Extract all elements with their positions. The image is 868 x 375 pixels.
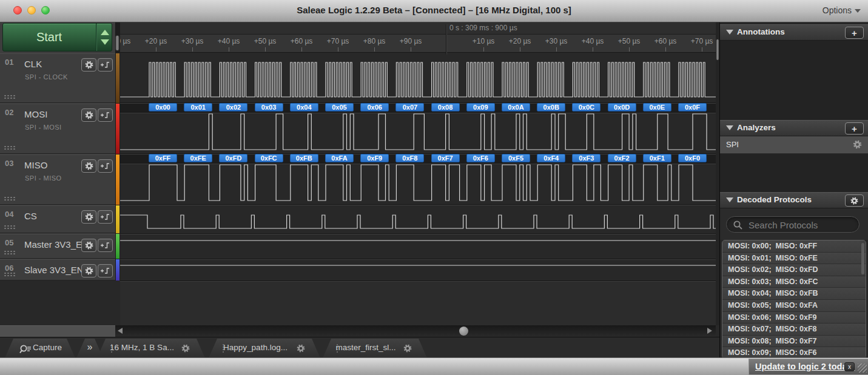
channel-row-clk[interactable]: 01 CLK SPI - CLOCK [0,53,115,103]
channel-row-miso[interactable]: 03 MISO SPI - MISO [0,154,115,205]
channel-row-master-3v3-en[interactable]: 05 Master 3V3_EN [0,234,115,259]
add-analyzer-button[interactable]: + [845,122,864,134]
annotations-header[interactable]: Annotations + [720,24,868,41]
options-label: Options [823,5,852,15]
waveform-area[interactable]: 0 s : 309 ms : 900 µs +10 µs+20 µs+30 µs… [120,22,716,337]
tab-gear-icon[interactable] [403,343,412,353]
channel-trigger-button[interactable] [98,210,113,224]
add-annotation-button[interactable]: + [845,27,864,39]
channel-settings-button[interactable] [81,108,96,122]
channel-row-cs[interactable]: 04 CS [0,205,115,233]
options-menu[interactable]: Options [823,0,861,22]
channel-row-slave-3v3-en[interactable]: 06 Slave 3V3_EN [0,259,115,280]
channel-number: 05 [5,238,13,247]
tab-gear-icon[interactable] [296,343,306,353]
horizontal-scrollbar-thumb[interactable] [459,327,468,336]
channel-trigger-button[interactable] [98,58,113,71]
annotations-empty-area [720,41,868,120]
channel-name: Master 3V3_EN [24,239,89,250]
gear-icon [850,196,859,205]
left-vertical-scrollbar-thumb[interactable] [115,35,119,51]
clk-waveform [120,62,716,97]
protocol-row[interactable]: MOSI: 0x02; MISO: 0xFD [722,264,866,276]
channel-sublabel: SPI - MISO [25,174,62,182]
gear-icon [181,343,190,353]
channel-drag-grip[interactable] [4,272,15,277]
start-capture-button[interactable]: Start [2,23,112,51]
miso-byte-bubble: 0xFB [290,154,318,162]
miso-byte-bubble: 0xFE [184,154,212,162]
channel-settings-button[interactable] [81,210,96,224]
tab-label: Happy_path.log... [209,343,302,352]
channel-color-marker [116,53,119,103]
update-notification-bar: Update to logic 2 today! x [749,359,868,375]
scroll-right-icon[interactable] [707,328,712,334]
channel-trigger-button[interactable] [98,159,113,173]
protocol-row[interactable]: MOSI: 0x04; MISO: 0xFB [722,288,866,300]
channel-drag-grip[interactable] [4,196,15,201]
channel-drag-grip[interactable] [4,225,15,230]
miso-byte-bubble: 0xFA [325,154,354,162]
trigger-edge-icon [100,162,110,170]
protocol-row[interactable]: MOSI: 0x08; MISO: 0xF7 [722,336,866,348]
mosi-byte-bubble: 0x0B [537,103,565,111]
channel-settings-button[interactable] [81,159,96,173]
decoded-protocols-list[interactable]: MOSI: 0x00; MISO: 0xFFMOSI: 0x01; MISO: … [722,240,866,359]
channel-name: CS [24,211,37,221]
analyzer-item-spi[interactable]: SPI [720,136,868,154]
channel-drag-grip[interactable] [4,145,15,150]
tab-capture[interactable]: Capture [5,339,75,358]
protocol-row[interactable]: MOSI: 0x06; MISO: 0xF9 [722,312,866,324]
channel-settings-button[interactable] [81,58,96,71]
channel-trigger-button[interactable] [98,108,113,122]
capture-options-down-icon[interactable] [101,39,109,45]
mosi-byte-bubble: 0x09 [466,103,495,111]
analyzer-gear-icon[interactable] [852,139,863,150]
gear-icon [84,60,94,70]
channel-color-strip [115,22,120,280]
channel-trigger-button[interactable] [98,264,113,277]
capture-options-up-icon[interactable] [101,30,109,35]
tab-document-0[interactable]: 16 MHz, 1 B Sa... [97,339,205,358]
analyzers-title: Analyzers [737,123,776,132]
analyzers-empty-area [720,154,868,192]
channel-drag-grip[interactable] [4,250,15,255]
channel-color-marker [116,104,119,154]
scroll-left-icon[interactable] [118,328,123,334]
protocol-row[interactable]: MOSI: 0x00; MISO: 0xFF [722,241,866,253]
tab-gear-icon[interactable] [181,343,190,353]
gear-icon [84,212,94,222]
tab-document-2[interactable]: master_first_sl... [323,339,427,358]
gear-icon [296,343,306,353]
decoded-protocols-header[interactable]: Decoded Protocols [720,192,868,208]
mosi-byte-bubble: 0x0C [572,103,601,111]
close-notification-button[interactable]: x [844,362,855,371]
update-link[interactable]: Update to logic 2 today! [755,362,855,371]
analyzers-header[interactable]: Analyzers + [720,120,868,136]
search-input[interactable] [747,218,856,232]
protocol-row[interactable]: MOSI: 0x05; MISO: 0xFA [722,300,866,312]
channel-settings-button[interactable] [81,264,96,277]
miso-byte-bubble: 0xF8 [395,154,424,162]
decoded-protocols-gear-button[interactable] [845,194,864,207]
collapse-arrow-icon [726,197,733,202]
channel-row-mosi[interactable]: 02 MOSI SPI - MOSI [0,104,115,154]
protocol-row[interactable]: MOSI: 0x01; MISO: 0xFE [722,253,866,265]
gear-icon [84,110,94,120]
channel-drag-grip[interactable] [4,95,15,99]
protocol-row[interactable]: MOSI: 0x07; MISO: 0xF8 [722,324,866,336]
miso-byte-bubble: 0xF1 [643,154,671,162]
resize-grip-icon[interactable] [858,363,867,373]
window-title: Saleae Logic 1.2.29 Beta – [Connected] –… [0,0,868,22]
channel-trigger-button[interactable] [98,239,113,252]
protocol-row[interactable]: MOSI: 0x03; MISO: 0xFC [722,276,866,288]
app-window: Saleae Logic 1.2.29 Beta – [Connected] –… [0,0,868,375]
channel-sublabel: SPI - MOSI [25,124,62,131]
protocol-search-field[interactable] [726,216,860,233]
channel-settings-button[interactable] [81,239,96,252]
protocol-list-scrollbar-thumb[interactable] [861,243,864,274]
tab-document-1[interactable]: Happy_path.log... [209,339,320,358]
tab-label: master_first_sl... [323,343,409,352]
horizontal-scrollbar[interactable] [115,325,716,337]
collapse-arrow-icon [726,30,733,35]
